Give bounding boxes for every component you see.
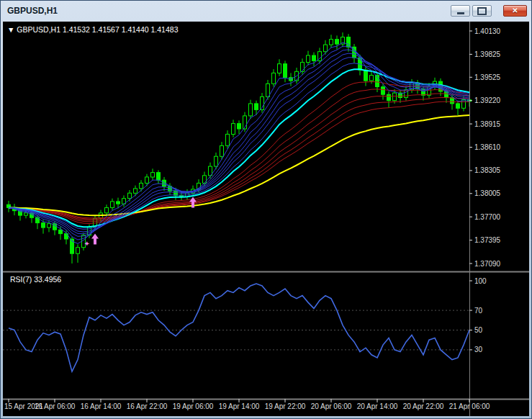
svg-text:70: 70 [474, 307, 483, 315]
svg-text:100: 100 [474, 277, 487, 285]
chart-body[interactable]: ✦ 1.401301.398251.395251.392201.389151.3… [3, 22, 529, 416]
svg-text:1.37700: 1.37700 [474, 213, 501, 221]
svg-text:1.37090: 1.37090 [474, 260, 501, 268]
chart-window: GBPUSD,H1 ✕ ✦ 1.401301.398251.395251.392… [0, 0, 532, 419]
titlebar[interactable]: GBPUSD,H1 ✕ [1, 1, 531, 21]
ma-ribbons-layer [9, 42, 469, 243]
minimize-icon [457, 12, 464, 14]
svg-text:✦: ✦ [84, 240, 90, 248]
svg-text:1.39525: 1.39525 [474, 73, 501, 81]
close-button[interactable]: ✕ [503, 5, 527, 17]
maximize-button[interactable] [472, 5, 492, 17]
svg-text:1.38005: 1.38005 [474, 189, 501, 197]
svg-text:20 Apr 06:00: 20 Apr 06:00 [311, 402, 352, 410]
maximize-icon [477, 7, 487, 15]
rsi-label: RSI(7) 33.4956 [10, 275, 61, 284]
svg-text:1.38915: 1.38915 [474, 120, 501, 128]
minimize-button[interactable] [451, 5, 470, 17]
svg-text:16 Apr 06:00: 16 Apr 06:00 [35, 402, 76, 410]
window-title: GBPUSD,H1 [7, 6, 58, 16]
rsi-indicator-layer [3, 284, 469, 371]
svg-text:50: 50 [474, 326, 483, 334]
symbol-ohlc-header[interactable]: ▼ GBPUSD,H1 1.41532 1.41567 1.41440 1.41… [7, 25, 179, 34]
svg-text:20 Apr 14:00: 20 Apr 14:00 [357, 402, 398, 410]
svg-text:1.39220: 1.39220 [474, 96, 501, 104]
svg-text:1.37395: 1.37395 [474, 236, 501, 244]
svg-text:19 Apr 14:00: 19 Apr 14:00 [219, 402, 260, 410]
svg-text:19 Apr 22:00: 19 Apr 22:00 [265, 402, 306, 410]
svg-text:1.38305: 1.38305 [474, 166, 501, 174]
svg-text:20 Apr 22:00: 20 Apr 22:00 [403, 402, 444, 410]
axes-layer[interactable]: 1.401301.398251.395251.392201.389151.386… [3, 22, 529, 416]
svg-text:16 Apr 14:00: 16 Apr 14:00 [81, 402, 122, 410]
price-chart-svg[interactable]: ✦ 1.401301.398251.395251.392201.389151.3… [3, 22, 529, 416]
svg-text:30: 30 [474, 346, 483, 353]
window-controls: ✕ [448, 5, 527, 17]
svg-text:16 Apr 22:00: 16 Apr 22:00 [127, 402, 168, 410]
svg-text:1.38610: 1.38610 [474, 143, 501, 151]
svg-text:1.40130: 1.40130 [474, 27, 501, 35]
svg-text:19 Apr 06:00: 19 Apr 06:00 [173, 402, 214, 410]
close-icon: ✕ [512, 7, 518, 14]
svg-text:1.39825: 1.39825 [474, 50, 501, 58]
svg-text:21 Apr 06:00: 21 Apr 06:00 [449, 402, 490, 410]
